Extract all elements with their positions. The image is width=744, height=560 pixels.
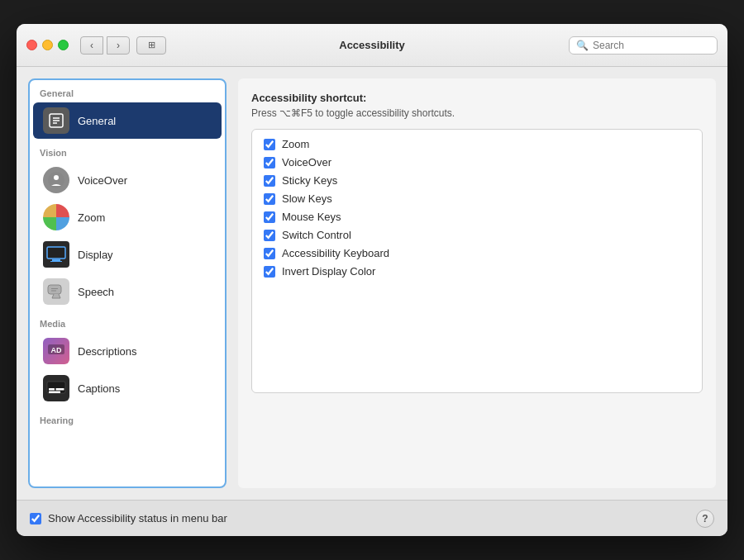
svg-rect-7 (52, 259, 60, 261)
checkbox-accessibility-keyboard-label: Accessibility Keyboard (282, 247, 389, 259)
checkbox-switch-control-input[interactable] (264, 230, 275, 241)
titlebar: ‹ › ⊞ Accessibility 🔍 (17, 24, 727, 67)
sidebar-section-hearing: Hearing (30, 407, 225, 429)
checkbox-invert-display-label: Invert Display Color (282, 265, 375, 278)
checkbox-invert-display[interactable]: Invert Display Color (264, 265, 690, 278)
grid-icon: ⊞ (148, 40, 155, 50)
close-button[interactable] (26, 40, 37, 50)
svg-rect-6 (47, 247, 65, 259)
checkbox-voiceover-input[interactable] (264, 157, 275, 168)
window: ‹ › ⊞ Accessibility 🔍 General (17, 24, 727, 536)
checkbox-mouse-keys[interactable]: Mouse Keys (264, 211, 690, 223)
display-icon (43, 241, 69, 268)
svg-point-5 (54, 175, 59, 180)
minimize-button[interactable] (42, 40, 53, 50)
sidebar-item-voiceover[interactable]: VoiceOver (33, 162, 222, 198)
back-button[interactable]: ‹ (80, 36, 103, 55)
grid-button[interactable]: ⊞ (136, 36, 166, 55)
checkbox-sticky-keys[interactable]: Sticky Keys (264, 174, 690, 187)
search-icon: 🔍 (576, 40, 589, 51)
sidebar-item-zoom[interactable]: Zoom (33, 199, 222, 235)
sidebar-item-voiceover-label: VoiceOver (78, 174, 127, 187)
status-menu-bar-checkbox[interactable] (30, 513, 41, 524)
svg-rect-8 (50, 261, 62, 262)
forward-button[interactable]: › (107, 36, 130, 55)
svg-rect-16 (56, 388, 64, 391)
search-box[interactable]: 🔍 (569, 36, 718, 55)
checkbox-list: Zoom VoiceOver Sticky Keys Slow Keys (251, 129, 703, 393)
checkbox-mouse-keys-input[interactable] (264, 211, 275, 223)
checkbox-voiceover[interactable]: VoiceOver (264, 156, 690, 168)
sidebar-item-display-label: Display (78, 249, 113, 261)
checkbox-voiceover-label: VoiceOver (282, 156, 331, 168)
forward-icon: › (117, 40, 120, 51)
sidebar-item-speech-label: Speech (78, 286, 114, 298)
sidebar-item-captions[interactable]: Captions (33, 370, 222, 406)
sidebar-item-general[interactable]: General (33, 102, 222, 139)
svg-rect-9 (48, 285, 61, 294)
shortcut-section: Accessibility shortcut: Press ⌥⌘F5 to to… (238, 78, 716, 488)
sidebar-item-speech[interactable]: Speech (33, 273, 222, 310)
svg-text:AD: AD (51, 346, 62, 354)
voiceover-icon (43, 167, 69, 193)
checkbox-slow-keys[interactable]: Slow Keys (264, 192, 690, 205)
main-panel: Accessibility shortcut: Press ⌥⌘F5 to to… (238, 78, 716, 488)
checkbox-slow-keys-label: Slow Keys (282, 192, 332, 205)
sidebar-item-captions-label: Captions (78, 382, 120, 395)
speech-icon (43, 278, 69, 305)
checkbox-zoom-label: Zoom (282, 138, 309, 150)
checkbox-slow-keys-input[interactable] (264, 193, 275, 205)
sidebar-section-media: Media (30, 311, 225, 332)
sidebar: General General Vision (28, 78, 227, 488)
checkbox-accessibility-keyboard[interactable]: Accessibility Keyboard (264, 247, 690, 259)
captions-icon (43, 375, 69, 401)
bottom-bar: Show Accessibility status in menu bar ? (17, 500, 727, 536)
checkbox-switch-control-label: Switch Control (282, 229, 351, 241)
sidebar-section-general: General (30, 80, 225, 102)
search-input[interactable] (593, 40, 710, 51)
general-icon (43, 107, 69, 134)
help-button[interactable]: ? (696, 510, 714, 528)
shortcut-title: Accessibility shortcut: (251, 92, 703, 104)
svg-rect-17 (49, 392, 60, 394)
checkbox-zoom-input[interactable] (264, 139, 275, 150)
sidebar-section-vision: Vision (30, 140, 225, 161)
nav-buttons: ‹ › (80, 36, 130, 55)
shortcut-subtitle: Press ⌥⌘F5 to toggle accessibility short… (251, 107, 703, 119)
help-icon: ? (702, 513, 708, 524)
window-title: Accessibility (339, 39, 405, 51)
svg-rect-15 (49, 388, 55, 391)
checkbox-zoom[interactable]: Zoom (264, 138, 690, 150)
checkbox-sticky-keys-input[interactable] (264, 175, 275, 187)
sidebar-item-general-label: General (78, 115, 116, 127)
maximize-button[interactable] (58, 40, 69, 50)
sidebar-item-display[interactable]: Display (33, 236, 222, 273)
descriptions-icon: AD (43, 338, 69, 364)
sidebar-item-zoom-label: Zoom (78, 211, 105, 224)
checkbox-switch-control[interactable]: Switch Control (264, 229, 690, 241)
status-menu-bar-label: Show Accessibility status in menu bar (48, 512, 227, 524)
checkbox-accessibility-keyboard-input[interactable] (264, 248, 275, 259)
content: General General Vision (17, 67, 727, 500)
zoom-icon (43, 204, 69, 230)
checkbox-sticky-keys-label: Sticky Keys (282, 174, 337, 187)
checkbox-mouse-keys-label: Mouse Keys (282, 211, 341, 223)
back-icon: ‹ (90, 40, 93, 51)
sidebar-item-descriptions[interactable]: AD Descriptions (33, 333, 222, 369)
traffic-lights (26, 40, 69, 50)
checkbox-invert-display-input[interactable] (264, 266, 275, 278)
sidebar-item-descriptions-label: Descriptions (78, 345, 137, 358)
